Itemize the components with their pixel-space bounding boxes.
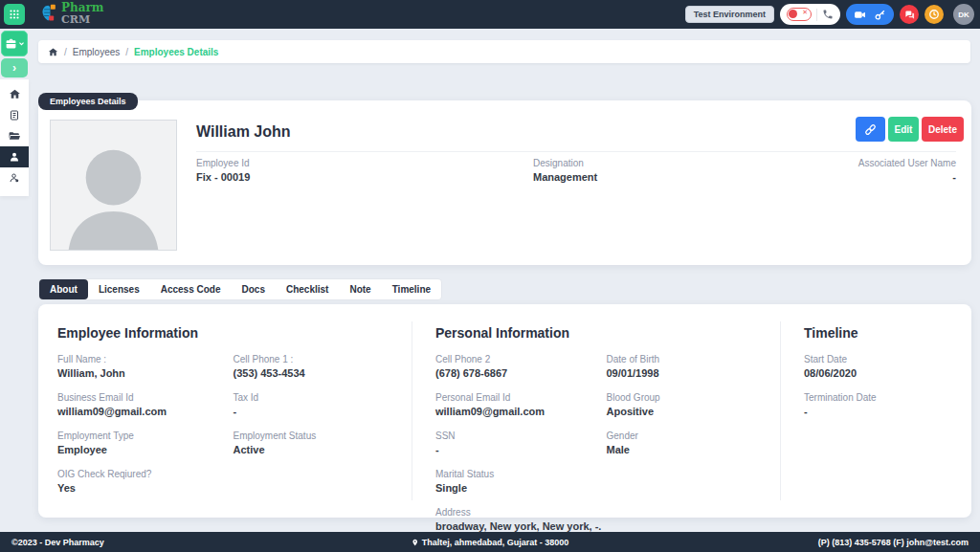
field-value: William, John xyxy=(57,367,222,379)
employee-name: William John xyxy=(196,123,291,141)
header-actions: Test Environment ✕ xyxy=(685,0,974,29)
communication-pill xyxy=(846,4,894,25)
full-name-field: Full Name : William, John xyxy=(57,354,222,379)
user-avatar[interactable]: DK xyxy=(953,4,974,25)
field-value: (678) 678-6867 xyxy=(435,367,595,379)
employee-information-section: Employee Information Full Name : William… xyxy=(57,325,397,494)
field-value: - xyxy=(234,406,398,417)
detail-tabs: About Licenses Access Code Docs Checklis… xyxy=(38,278,442,300)
video-call-icon[interactable] xyxy=(854,9,866,21)
toggle-x-mark: ✕ xyxy=(802,9,808,16)
tab-licenses[interactable]: Licenses xyxy=(88,279,150,299)
field-label: Blood Group xyxy=(607,392,767,403)
sidebar-item-employees[interactable] xyxy=(0,146,29,167)
employee-summary-card: William John Employee Id Fix - 00019 Des… xyxy=(38,100,971,265)
field-value: Apositive xyxy=(607,406,767,417)
phone-icon[interactable] xyxy=(822,9,834,20)
field-label: Cell Phone 2 xyxy=(435,354,595,364)
breadcrumb-separator: / xyxy=(64,47,67,57)
field-label: Associated User Name xyxy=(858,158,956,168)
field-label: Full Name : xyxy=(57,354,222,364)
sidebar-item-home[interactable] xyxy=(0,83,29,104)
designation-field: Designation Management xyxy=(533,158,597,183)
field-label: SSN xyxy=(435,431,595,441)
breadcrumb-home-icon[interactable] xyxy=(48,47,58,57)
employee-details-page: Pharm CRM Test Environment ✕ xyxy=(0,0,980,552)
field-value: Management xyxy=(533,171,597,183)
sidebar-item-records[interactable] xyxy=(0,104,29,125)
tab-note[interactable]: Note xyxy=(339,279,381,299)
gender-field: Gender Male xyxy=(607,431,767,455)
logo-text: Pharm CRM xyxy=(61,2,104,25)
apps-grid-icon xyxy=(9,9,20,20)
field-value: Male xyxy=(607,444,767,455)
left-sidebar: › xyxy=(0,29,29,196)
employee-id-field: Employee Id Fix - 00019 xyxy=(196,158,250,183)
call-controls-pill: ✕ xyxy=(780,4,840,25)
breadcrumb-item-employees[interactable]: Employees xyxy=(73,47,120,57)
date-of-birth-field: Date of Birth 09/01/1998 xyxy=(607,354,767,379)
apps-menu-button[interactable] xyxy=(4,4,25,25)
chevron-down-icon xyxy=(18,40,25,47)
user-role-icon xyxy=(9,172,20,184)
tab-docs[interactable]: Docs xyxy=(232,279,276,299)
logo-line-2: CRM xyxy=(61,14,104,25)
field-value: william09@gmail.com xyxy=(435,406,595,417)
breadcrumb-separator: / xyxy=(125,47,128,57)
field-label: Start Date xyxy=(804,354,957,364)
field-value: Active xyxy=(234,444,398,455)
breadcrumb-item-employees-details[interactable]: Employees Details xyxy=(134,47,218,57)
field-label: Marital Status xyxy=(435,469,595,479)
sidebar-expand-button[interactable]: › xyxy=(1,58,28,77)
field-value: Yes xyxy=(57,482,222,494)
ssn-field: SSN - xyxy=(435,431,595,455)
marital-status-field: Marital Status Single xyxy=(435,469,595,494)
field-value: - xyxy=(435,444,595,455)
field-label: Address xyxy=(435,507,766,518)
sidebar-item-user-roles[interactable] xyxy=(0,167,29,188)
field-value: broadway, New york, New york, -. xyxy=(435,520,766,532)
footer-contact: (P) (813) 435-5768 (F) john@test.com xyxy=(818,538,969,547)
section-title: Personal Information xyxy=(435,325,766,341)
key-icon[interactable] xyxy=(874,9,886,21)
field-value: - xyxy=(804,406,957,417)
chat-button[interactable] xyxy=(900,5,919,24)
delete-button[interactable]: Delete xyxy=(922,117,964,142)
test-environment-badge[interactable]: Test Environment xyxy=(685,6,774,23)
field-label: Employee Id xyxy=(196,158,250,168)
clock-button[interactable] xyxy=(924,5,944,24)
field-label: Employment Status xyxy=(234,431,398,441)
field-label: Cell Phone 1 : xyxy=(234,354,398,364)
link-user-button[interactable] xyxy=(856,117,885,142)
field-value: (353) 453-4534 xyxy=(234,367,398,379)
briefcase-icon xyxy=(5,37,17,50)
tab-timeline[interactable]: Timeline xyxy=(382,279,441,299)
field-value: william09@gmail.com xyxy=(57,406,222,417)
oig-check-field: OIG Check Reqiured? Yes xyxy=(57,469,222,494)
employee-photo-placeholder xyxy=(50,120,177,251)
field-label: Termination Date xyxy=(804,392,957,403)
card-action-buttons: Edit Delete xyxy=(856,117,964,142)
tab-about[interactable]: About xyxy=(39,279,88,299)
clock-icon xyxy=(928,9,940,20)
pharm-logo-icon xyxy=(40,3,59,24)
module-selector-button[interactable] xyxy=(1,31,28,56)
section-title: Employee Information xyxy=(57,325,397,341)
edit-button[interactable]: Edit xyxy=(888,117,919,142)
field-label: Date of Birth xyxy=(607,354,767,364)
divider xyxy=(780,321,781,500)
home-icon xyxy=(9,88,21,100)
toggle-off-icon[interactable]: ✕ xyxy=(787,8,812,21)
address-field: Address broadway, New york, New york, -. xyxy=(435,507,766,532)
field-label: Designation xyxy=(533,158,597,168)
tab-checklist[interactable]: Checklist xyxy=(276,279,339,299)
app-logo[interactable]: Pharm CRM xyxy=(40,2,104,25)
footer-copyright: ©2023 - Dev Pharmacy xyxy=(11,538,104,547)
employment-type-field: Employment Type Employee xyxy=(57,431,222,455)
tab-access-code[interactable]: Access Code xyxy=(150,279,232,299)
personal-email-field: Personal Email Id william09@gmail.com xyxy=(435,392,595,417)
divider xyxy=(412,321,412,500)
field-value: Single xyxy=(435,482,595,494)
sidebar-item-files[interactable] xyxy=(0,125,29,146)
field-label: Personal Email Id xyxy=(435,392,595,403)
